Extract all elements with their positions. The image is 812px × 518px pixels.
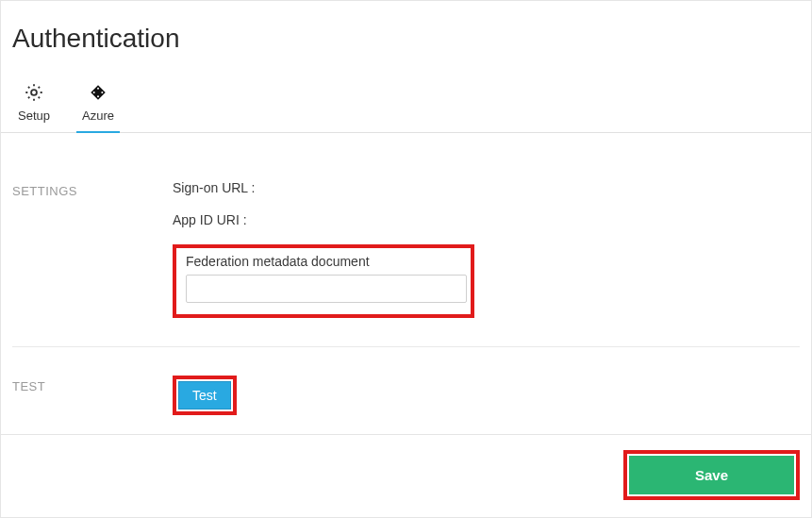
federation-label: Federation metadata document (186, 254, 461, 269)
page-title: Authentication (12, 24, 800, 54)
auth-tabs: Setup Azure (1, 71, 811, 133)
svg-point-2 (97, 88, 99, 90)
federation-highlight: Federation metadata document (173, 244, 474, 318)
save-button[interactable]: Save (629, 456, 794, 494)
app-id-uri-label: App ID URI : (173, 212, 800, 227)
federation-input[interactable] (186, 275, 467, 303)
settings-section-label: SETTINGS (12, 180, 173, 198)
sign-on-url-label: Sign-on URL : (173, 180, 800, 195)
tab-setup[interactable]: Setup (12, 71, 56, 132)
test-section-label: TEST (12, 376, 173, 393)
svg-point-4 (93, 92, 95, 93)
tab-azure-label: Azure (82, 109, 114, 123)
tab-setup-label: Setup (18, 109, 50, 123)
test-button[interactable]: Test (178, 381, 231, 409)
svg-point-3 (97, 95, 99, 97)
svg-point-5 (101, 92, 103, 93)
footer-bar: Save (1, 434, 811, 517)
gear-icon (24, 82, 44, 103)
save-highlight: Save (623, 450, 800, 500)
svg-rect-1 (91, 85, 106, 100)
diamond-icon (88, 82, 108, 103)
tab-azure[interactable]: Azure (76, 71, 120, 132)
svg-point-0 (31, 90, 37, 95)
test-highlight: Test (173, 376, 237, 415)
